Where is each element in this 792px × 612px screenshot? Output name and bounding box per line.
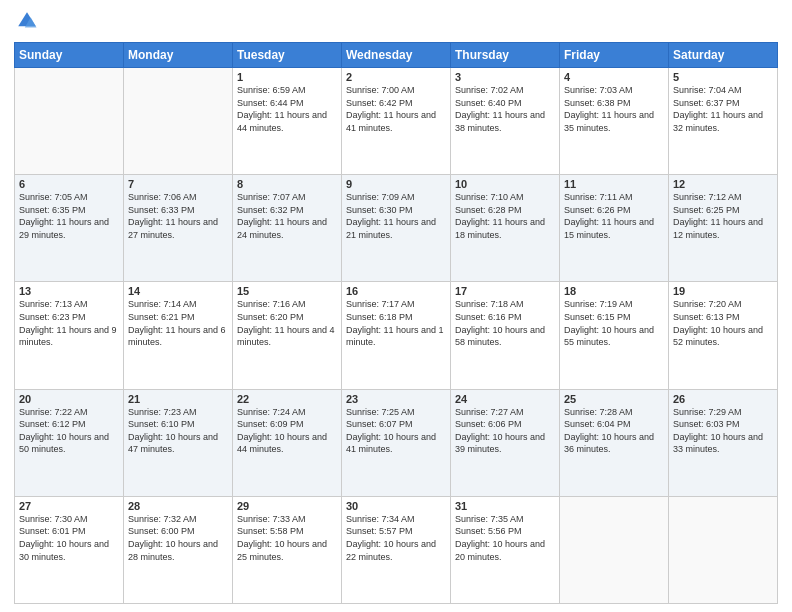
calendar-cell: 15Sunrise: 7:16 AM Sunset: 6:20 PM Dayli…	[233, 282, 342, 389]
calendar-week-2: 6Sunrise: 7:05 AM Sunset: 6:35 PM Daylig…	[15, 175, 778, 282]
calendar-cell: 19Sunrise: 7:20 AM Sunset: 6:13 PM Dayli…	[669, 282, 778, 389]
day-number: 28	[128, 500, 228, 512]
cell-content: Sunrise: 7:35 AM Sunset: 5:56 PM Dayligh…	[455, 513, 555, 563]
cell-content: Sunrise: 7:23 AM Sunset: 6:10 PM Dayligh…	[128, 406, 228, 456]
calendar-cell: 26Sunrise: 7:29 AM Sunset: 6:03 PM Dayli…	[669, 389, 778, 496]
day-number: 6	[19, 178, 119, 190]
day-number: 18	[564, 285, 664, 297]
day-number: 3	[455, 71, 555, 83]
cell-content: Sunrise: 6:59 AM Sunset: 6:44 PM Dayligh…	[237, 84, 337, 134]
calendar-table: SundayMondayTuesdayWednesdayThursdayFrid…	[14, 42, 778, 604]
day-number: 17	[455, 285, 555, 297]
day-header-sunday: Sunday	[15, 43, 124, 68]
cell-content: Sunrise: 7:17 AM Sunset: 6:18 PM Dayligh…	[346, 298, 446, 348]
cell-content: Sunrise: 7:06 AM Sunset: 6:33 PM Dayligh…	[128, 191, 228, 241]
calendar-cell: 12Sunrise: 7:12 AM Sunset: 6:25 PM Dayli…	[669, 175, 778, 282]
day-header-monday: Monday	[124, 43, 233, 68]
calendar-cell: 22Sunrise: 7:24 AM Sunset: 6:09 PM Dayli…	[233, 389, 342, 496]
cell-content: Sunrise: 7:28 AM Sunset: 6:04 PM Dayligh…	[564, 406, 664, 456]
calendar-cell: 29Sunrise: 7:33 AM Sunset: 5:58 PM Dayli…	[233, 496, 342, 603]
header-row: SundayMondayTuesdayWednesdayThursdayFrid…	[15, 43, 778, 68]
cell-content: Sunrise: 7:19 AM Sunset: 6:15 PM Dayligh…	[564, 298, 664, 348]
cell-content: Sunrise: 7:12 AM Sunset: 6:25 PM Dayligh…	[673, 191, 773, 241]
calendar-cell: 7Sunrise: 7:06 AM Sunset: 6:33 PM Daylig…	[124, 175, 233, 282]
calendar-cell	[124, 68, 233, 175]
calendar-page: SundayMondayTuesdayWednesdayThursdayFrid…	[0, 0, 792, 612]
cell-content: Sunrise: 7:24 AM Sunset: 6:09 PM Dayligh…	[237, 406, 337, 456]
calendar-cell: 25Sunrise: 7:28 AM Sunset: 6:04 PM Dayli…	[560, 389, 669, 496]
calendar-cell: 8Sunrise: 7:07 AM Sunset: 6:32 PM Daylig…	[233, 175, 342, 282]
calendar-cell: 3Sunrise: 7:02 AM Sunset: 6:40 PM Daylig…	[451, 68, 560, 175]
calendar-cell: 31Sunrise: 7:35 AM Sunset: 5:56 PM Dayli…	[451, 496, 560, 603]
day-number: 22	[237, 393, 337, 405]
cell-content: Sunrise: 7:16 AM Sunset: 6:20 PM Dayligh…	[237, 298, 337, 348]
calendar-week-3: 13Sunrise: 7:13 AM Sunset: 6:23 PM Dayli…	[15, 282, 778, 389]
calendar-week-4: 20Sunrise: 7:22 AM Sunset: 6:12 PM Dayli…	[15, 389, 778, 496]
day-number: 24	[455, 393, 555, 405]
day-number: 21	[128, 393, 228, 405]
cell-content: Sunrise: 7:07 AM Sunset: 6:32 PM Dayligh…	[237, 191, 337, 241]
day-number: 23	[346, 393, 446, 405]
day-number: 13	[19, 285, 119, 297]
cell-content: Sunrise: 7:09 AM Sunset: 6:30 PM Dayligh…	[346, 191, 446, 241]
day-number: 14	[128, 285, 228, 297]
cell-content: Sunrise: 7:10 AM Sunset: 6:28 PM Dayligh…	[455, 191, 555, 241]
cell-content: Sunrise: 7:20 AM Sunset: 6:13 PM Dayligh…	[673, 298, 773, 348]
calendar-cell: 21Sunrise: 7:23 AM Sunset: 6:10 PM Dayli…	[124, 389, 233, 496]
day-number: 12	[673, 178, 773, 190]
calendar-cell: 6Sunrise: 7:05 AM Sunset: 6:35 PM Daylig…	[15, 175, 124, 282]
calendar-cell	[15, 68, 124, 175]
calendar-cell: 14Sunrise: 7:14 AM Sunset: 6:21 PM Dayli…	[124, 282, 233, 389]
day-number: 16	[346, 285, 446, 297]
logo-icon	[16, 10, 38, 32]
cell-content: Sunrise: 7:32 AM Sunset: 6:00 PM Dayligh…	[128, 513, 228, 563]
day-number: 2	[346, 71, 446, 83]
calendar-cell: 5Sunrise: 7:04 AM Sunset: 6:37 PM Daylig…	[669, 68, 778, 175]
cell-content: Sunrise: 7:25 AM Sunset: 6:07 PM Dayligh…	[346, 406, 446, 456]
day-header-saturday: Saturday	[669, 43, 778, 68]
day-number: 7	[128, 178, 228, 190]
day-number: 8	[237, 178, 337, 190]
cell-content: Sunrise: 7:33 AM Sunset: 5:58 PM Dayligh…	[237, 513, 337, 563]
calendar-cell: 10Sunrise: 7:10 AM Sunset: 6:28 PM Dayli…	[451, 175, 560, 282]
cell-content: Sunrise: 7:14 AM Sunset: 6:21 PM Dayligh…	[128, 298, 228, 348]
calendar-cell: 20Sunrise: 7:22 AM Sunset: 6:12 PM Dayli…	[15, 389, 124, 496]
day-header-tuesday: Tuesday	[233, 43, 342, 68]
cell-content: Sunrise: 7:02 AM Sunset: 6:40 PM Dayligh…	[455, 84, 555, 134]
cell-content: Sunrise: 7:03 AM Sunset: 6:38 PM Dayligh…	[564, 84, 664, 134]
day-number: 4	[564, 71, 664, 83]
cell-content: Sunrise: 7:13 AM Sunset: 6:23 PM Dayligh…	[19, 298, 119, 348]
calendar-cell: 28Sunrise: 7:32 AM Sunset: 6:00 PM Dayli…	[124, 496, 233, 603]
cell-content: Sunrise: 7:04 AM Sunset: 6:37 PM Dayligh…	[673, 84, 773, 134]
day-number: 20	[19, 393, 119, 405]
cell-content: Sunrise: 7:29 AM Sunset: 6:03 PM Dayligh…	[673, 406, 773, 456]
cell-content: Sunrise: 7:05 AM Sunset: 6:35 PM Dayligh…	[19, 191, 119, 241]
header	[14, 10, 778, 36]
logo	[14, 10, 38, 36]
calendar-cell	[669, 496, 778, 603]
calendar-week-1: 1Sunrise: 6:59 AM Sunset: 6:44 PM Daylig…	[15, 68, 778, 175]
day-number: 27	[19, 500, 119, 512]
calendar-cell: 9Sunrise: 7:09 AM Sunset: 6:30 PM Daylig…	[342, 175, 451, 282]
calendar-cell: 23Sunrise: 7:25 AM Sunset: 6:07 PM Dayli…	[342, 389, 451, 496]
calendar-cell: 18Sunrise: 7:19 AM Sunset: 6:15 PM Dayli…	[560, 282, 669, 389]
cell-content: Sunrise: 7:00 AM Sunset: 6:42 PM Dayligh…	[346, 84, 446, 134]
calendar-cell: 4Sunrise: 7:03 AM Sunset: 6:38 PM Daylig…	[560, 68, 669, 175]
calendar-cell: 13Sunrise: 7:13 AM Sunset: 6:23 PM Dayli…	[15, 282, 124, 389]
day-number: 15	[237, 285, 337, 297]
day-number: 19	[673, 285, 773, 297]
day-number: 26	[673, 393, 773, 405]
day-number: 9	[346, 178, 446, 190]
cell-content: Sunrise: 7:11 AM Sunset: 6:26 PM Dayligh…	[564, 191, 664, 241]
calendar-cell: 17Sunrise: 7:18 AM Sunset: 6:16 PM Dayli…	[451, 282, 560, 389]
day-header-friday: Friday	[560, 43, 669, 68]
calendar-cell: 24Sunrise: 7:27 AM Sunset: 6:06 PM Dayli…	[451, 389, 560, 496]
cell-content: Sunrise: 7:34 AM Sunset: 5:57 PM Dayligh…	[346, 513, 446, 563]
day-number: 10	[455, 178, 555, 190]
calendar-cell: 11Sunrise: 7:11 AM Sunset: 6:26 PM Dayli…	[560, 175, 669, 282]
day-number: 11	[564, 178, 664, 190]
cell-content: Sunrise: 7:27 AM Sunset: 6:06 PM Dayligh…	[455, 406, 555, 456]
calendar-cell: 30Sunrise: 7:34 AM Sunset: 5:57 PM Dayli…	[342, 496, 451, 603]
calendar-week-5: 27Sunrise: 7:30 AM Sunset: 6:01 PM Dayli…	[15, 496, 778, 603]
calendar-cell: 27Sunrise: 7:30 AM Sunset: 6:01 PM Dayli…	[15, 496, 124, 603]
